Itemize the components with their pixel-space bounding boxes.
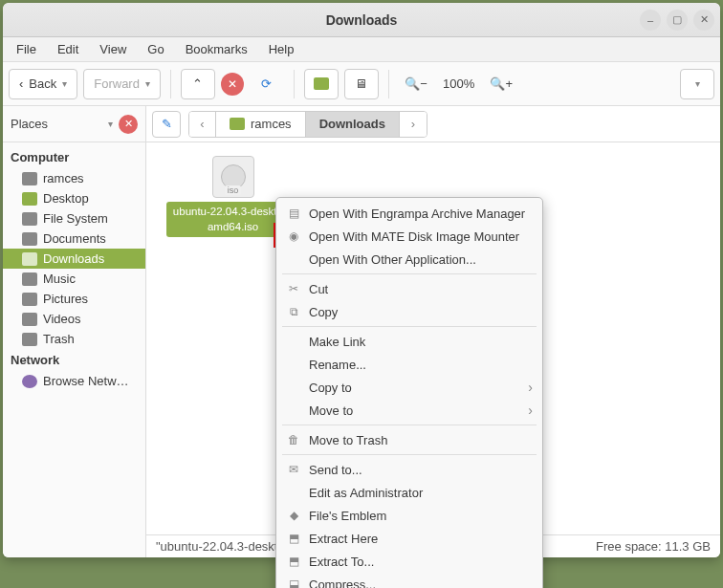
- sidebar-item-browse-network[interactable]: Browse Netw…: [3, 371, 145, 391]
- context-menu-item[interactable]: ⧉Copy: [276, 300, 542, 323]
- context-menu: ▤Open With Engrampa Archive Manager◉Open…: [275, 197, 543, 588]
- sidebar-item-label: Pictures: [43, 292, 88, 306]
- home-button[interactable]: [304, 69, 339, 99]
- trash-icon: 🗑: [286, 433, 301, 446]
- sidebar-item-ramces[interactable]: ramces: [3, 168, 145, 188]
- places-list: Computer ramces Desktop File System Docu…: [3, 142, 145, 395]
- context-menu-item[interactable]: ◉Open With MATE Disk Image Mounter: [276, 225, 542, 248]
- status-free-space: Free space: 11.3 GB: [596, 539, 711, 554]
- extract-icon: ⬒: [286, 555, 301, 568]
- breadcrumb-next[interactable]: ›: [400, 112, 427, 137]
- reload-button[interactable]: ⟳: [250, 69, 284, 99]
- back-icon: ‹: [19, 76, 23, 91]
- context-menu-label: Edit as Administrator: [309, 486, 423, 500]
- computer-button[interactable]: 🖥: [344, 69, 379, 99]
- copy-icon: ⧉: [286, 305, 301, 318]
- folder-icon: [22, 252, 37, 266]
- sidebar-item-desktop[interactable]: Desktop: [3, 188, 145, 208]
- extract-icon: ⬒: [286, 532, 301, 545]
- menubar: File Edit View Go Bookmarks Help: [3, 37, 720, 62]
- context-menu-label: Move to: [309, 403, 353, 418]
- close-button[interactable]: ✕: [693, 10, 714, 31]
- titlebar: Downloads – ▢ ✕: [3, 3, 720, 37]
- context-menu-label: Send to...: [309, 463, 362, 477]
- sidebar-item-music[interactable]: Music: [3, 269, 145, 289]
- back-button[interactable]: ‹ Back ▾: [9, 69, 77, 99]
- section-computer: Computer: [3, 146, 145, 168]
- window-title: Downloads: [3, 12, 720, 28]
- folder-icon: [22, 293, 37, 306]
- context-menu-item[interactable]: Rename...: [276, 353, 542, 376]
- emblem-icon: ◆: [286, 509, 301, 522]
- sidebar-item-trash[interactable]: Trash: [3, 329, 145, 349]
- context-menu-label: Make Link: [309, 335, 365, 349]
- breadcrumb-prev[interactable]: ‹: [189, 112, 216, 137]
- minimize-button[interactable]: –: [640, 10, 661, 31]
- sidebar-item-videos[interactable]: Videos: [3, 309, 145, 329]
- section-network: Network: [3, 349, 145, 371]
- sidebar-item-label: ramces: [43, 171, 84, 185]
- sidebar-item-pictures[interactable]: Pictures: [3, 289, 145, 309]
- archive-icon: ▤: [286, 207, 301, 220]
- menu-edit[interactable]: Edit: [48, 39, 88, 59]
- context-menu-item[interactable]: ◆File's Emblem: [276, 504, 542, 527]
- sidebar-item-label: Music: [43, 272, 76, 286]
- menu-bookmarks[interactable]: Bookmarks: [176, 39, 257, 59]
- context-menu-item[interactable]: ⬒Extract To...: [276, 550, 542, 573]
- sidebar-item-filesystem[interactable]: File System: [3, 208, 145, 229]
- context-menu-label: Move to Trash: [309, 433, 387, 447]
- zoom-out-button[interactable]: 🔍−: [399, 69, 433, 99]
- menu-view[interactable]: View: [90, 39, 136, 59]
- up-button[interactable]: ⌃: [181, 69, 215, 99]
- sidebar-item-label: Videos: [43, 312, 81, 326]
- context-menu-item[interactable]: ⬓Compress...: [276, 573, 542, 588]
- send-icon: ✉: [286, 463, 301, 476]
- context-menu-item[interactable]: 🗑Move to Trash: [276, 428, 542, 451]
- sidebar-item-label: Desktop: [43, 191, 89, 206]
- sidebar-close-button[interactable]: ✕: [119, 115, 138, 134]
- sidebar-item-downloads[interactable]: Downloads: [3, 249, 145, 269]
- context-menu-item[interactable]: Edit as Administrator: [276, 481, 542, 504]
- chevron-down-icon[interactable]: ▾: [108, 119, 113, 129]
- pencil-icon: ✎: [162, 117, 172, 131]
- context-menu-item[interactable]: Make Link: [276, 330, 542, 353]
- back-label: Back: [29, 76, 56, 91]
- breadcrumb-label: ramces: [251, 117, 292, 131]
- folder-icon: [230, 118, 245, 130]
- breadcrumb: ‹ ramces Downloads ›: [188, 111, 427, 138]
- breadcrumb-parent[interactable]: ramces: [216, 112, 306, 137]
- compress-icon: ⬓: [286, 577, 301, 588]
- cut-icon: ✂: [286, 282, 301, 295]
- forward-button[interactable]: Forward ▾: [83, 69, 161, 99]
- sidebar-item-label: Documents: [43, 231, 106, 246]
- sidebar-item-label: Downloads: [43, 251, 104, 266]
- edit-path-button[interactable]: ✎: [152, 111, 181, 138]
- reload-icon: ⟳: [261, 76, 272, 91]
- zoom-in-button[interactable]: 🔍+: [484, 69, 518, 99]
- sidebar-item-label: File System: [43, 211, 108, 226]
- context-menu-label: Open With MATE Disk Image Mounter: [309, 229, 519, 244]
- view-mode-button[interactable]: ▾: [680, 69, 714, 99]
- breadcrumb-current[interactable]: Downloads: [306, 112, 400, 137]
- menu-go[interactable]: Go: [138, 39, 173, 59]
- context-menu-item[interactable]: ⬒Extract Here: [276, 527, 542, 550]
- maximize-button[interactable]: ▢: [667, 10, 688, 31]
- folder-icon: [22, 313, 37, 326]
- context-menu-item[interactable]: ▤Open With Engrampa Archive Manager: [276, 202, 542, 225]
- chevron-down-icon: ▾: [145, 78, 150, 89]
- context-menu-item[interactable]: ✂Cut: [276, 277, 542, 300]
- menu-file[interactable]: File: [7, 39, 46, 59]
- menu-help[interactable]: Help: [259, 39, 304, 59]
- zoom-out-icon: 🔍−: [405, 76, 427, 91]
- context-menu-label: Rename...: [309, 358, 366, 372]
- context-menu-item[interactable]: Copy to: [276, 376, 542, 399]
- context-menu-item[interactable]: Move to: [276, 399, 542, 422]
- home-icon: [314, 77, 329, 90]
- chevron-down-icon: ▾: [695, 78, 700, 89]
- context-menu-item[interactable]: ✉Send to...: [276, 458, 542, 481]
- folder-icon: [22, 272, 37, 286]
- context-menu-item[interactable]: Open With Other Application...: [276, 248, 542, 271]
- sidebar-item-documents[interactable]: Documents: [3, 229, 145, 249]
- zoom-level: 100%: [439, 76, 478, 91]
- stop-button[interactable]: ✕: [221, 73, 244, 96]
